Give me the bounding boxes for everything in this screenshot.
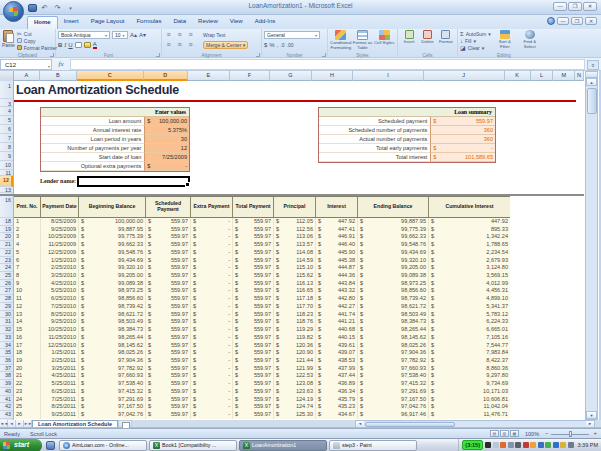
panel-row-value[interactable]: 7/25/2009 [144,153,189,162]
zoom-in-icon[interactable]: + [593,431,597,436]
usb-icon[interactable] [515,442,521,448]
table-row[interactable]: 192/25/2011$97,904.36$559.97$-$559.97$12… [14,357,510,365]
format-painter-button[interactable]: Format Painter [17,44,57,51]
insert-function-button[interactable]: fx [52,60,70,68]
formula-input[interactable] [70,59,585,70]
column-header-E[interactable]: E [188,71,230,81]
bold-button[interactable]: B [58,41,62,49]
font-color-icon[interactable]: A [93,41,97,49]
row-header-36[interactable]: 36 [0,357,13,365]
row-header-41[interactable]: 41 [0,396,13,404]
scroll-down-icon[interactable]: ▼ [586,411,597,419]
copy-button[interactable]: Copy [17,37,57,44]
scroll-right-icon[interactable]: ► [586,421,594,427]
antivirus-icon[interactable] [523,442,529,448]
column-header-H[interactable]: H [312,71,354,81]
row-header-9[interactable]: 9 [0,152,13,161]
row-header-4[interactable]: 4 [0,107,13,116]
row-header-32[interactable]: 32 [0,326,13,334]
column-header-N[interactable]: N [575,71,584,81]
sort-filter-button[interactable]: Sort & Filter [494,30,516,51]
font-dialog-launcher[interactable] [156,53,160,57]
panel-row-value[interactable]: $- [144,162,189,171]
ribbon-tab-page-layout[interactable]: Page Layout [85,16,131,29]
horizontal-scroll-thumb[interactable] [365,422,455,427]
help-icon[interactable] [547,17,555,25]
table-row[interactable]: 512/25/2009$99,548.76$559.97$-$559.97$11… [14,249,510,257]
volume-icon[interactable] [568,442,574,448]
row-header-19[interactable]: 19 [0,226,13,234]
table-row[interactable]: 94/25/2010$99,089.38$559.97$-$559.97$116… [14,280,510,288]
clipboard-dialog-launcher[interactable] [50,53,54,57]
minimize-button[interactable]: — [553,2,567,11]
table-row[interactable]: 18/25/2009$100,000.00$559.97$-$559.97$11… [14,218,510,226]
table-row[interactable]: 61/25/2010$99,434.69$559.97$-$559.97$114… [14,257,510,265]
sheet-tab-loan-amortization-schedule[interactable]: Loan Amortization Schedule [32,420,118,427]
align-center-icon[interactable]: ≡ [175,41,184,49]
selected-cell-c12[interactable] [77,176,190,187]
taskbar-button-aimloan-com-online[interactable]: eAimLoan.com - Online... [59,440,147,451]
row-header-8[interactable]: 8 [0,143,13,152]
zoom-out-icon[interactable]: − [545,431,549,436]
messenger-icon[interactable] [545,442,551,448]
row-header-33[interactable]: 33 [0,334,13,342]
taskbar-button-step3-paint[interactable]: step3 - Paint [329,440,417,451]
shield-icon[interactable] [538,442,544,448]
horizontal-scrollbar[interactable]: ◄ ► [355,420,595,428]
table-row[interactable]: 247/25/2011$97,291.69$559.97$-$559.97$12… [14,396,510,404]
row-header-43[interactable]: 43 [0,411,13,419]
table-row[interactable]: 149/25/2010$98,503.49$559.97$-$559.97$11… [14,318,510,326]
fill-color-icon[interactable] [84,42,91,48]
delete-cells-button[interactable]: Delete [418,30,436,45]
cell-styles-button[interactable]: Cell Styles [373,30,395,50]
format-cells-button[interactable]: Format [437,30,455,45]
insert-worksheet-tab[interactable] [118,420,132,427]
clock-icon[interactable] [493,442,499,448]
autosum-button[interactable]: ΣAutoSum ▾ [460,30,491,37]
zoom-thumb[interactable] [569,431,572,437]
alignment-dialog-launcher[interactable] [256,53,260,57]
row-header-6[interactable]: 6 [0,125,13,134]
workbook-minimize-button[interactable]: — [557,17,569,25]
page-break-view-icon[interactable]: ▦ [510,430,519,437]
row-header-29[interactable]: 29 [0,303,13,311]
row-header-31[interactable]: 31 [0,318,13,326]
panel-row-value[interactable]: 360 [430,135,495,144]
row-header-10[interactable]: 10 [0,161,13,170]
page-layout-view-icon[interactable]: ▥ [500,430,509,437]
insert-cells-button[interactable]: Insert [400,30,418,45]
find-select-button[interactable]: Find & Select [519,30,541,51]
last-sheet-icon[interactable]: ►► [24,420,32,427]
number-dialog-launcher[interactable] [322,53,326,57]
row-header-1[interactable]: 1 [0,82,13,99]
ribbon-tab-data[interactable]: Data [167,16,192,29]
ribbon-tab-review[interactable]: Review [192,16,224,29]
taskbar-clock[interactable]: 3:39 PM [576,442,598,448]
panel-row-value[interactable]: 30 [144,135,189,144]
table-row[interactable]: 203/25/2011$97,782.92$559.97$-$559.97$12… [14,365,510,373]
table-row[interactable]: 310/25/2009$99,775.39$559.97$-$559.97$11… [14,233,510,241]
row-header-25[interactable]: 25 [0,272,13,280]
format-as-table-button[interactable]: Format as Table [352,30,374,50]
table-row[interactable]: 72/25/2010$99,320.10$559.97$-$559.97$115… [14,264,510,272]
table-row[interactable]: 181/25/2011$98,025.26$559.97$-$559.97$12… [14,349,510,357]
bluetooth-icon[interactable] [553,442,559,448]
scroll-left-icon[interactable]: ◄ [356,421,364,427]
clear-button[interactable]: ◪Clear ▾ [460,44,491,51]
row-header-7[interactable]: 7 [0,134,13,143]
table-row[interactable]: 83/25/2010$99,205.00$559.97$-$559.97$115… [14,272,510,280]
italic-button[interactable]: I [64,41,66,49]
first-sheet-icon[interactable]: ◄◄ [0,420,8,427]
table-row[interactable]: 214/25/2011$97,660.93$559.97$-$559.97$12… [14,372,510,380]
table-row[interactable]: 1712/25/2010$98,145.62$559.97$-$559.97$1… [14,342,510,350]
scroll-up-icon[interactable]: ▲ [586,78,597,86]
row-header-21[interactable]: 21 [0,241,13,249]
increase-decimal-icon[interactable]: .0 [280,42,284,48]
shrink-font-icon[interactable]: A▾ [139,31,146,39]
align-bottom-icon[interactable]: ≡ [186,31,195,39]
merge-center-button[interactable]: Merge & Center ▾ [203,41,248,49]
table-row[interactable]: 411/25/2009$99,662.33$559.97$-$559.97$11… [14,241,510,249]
row-header-27[interactable]: 27 [0,287,13,295]
font-size-select[interactable]: 10▾ [112,31,128,39]
table-row[interactable]: 258/25/2011$97,167.50$559.97$-$559.97$12… [14,403,510,411]
